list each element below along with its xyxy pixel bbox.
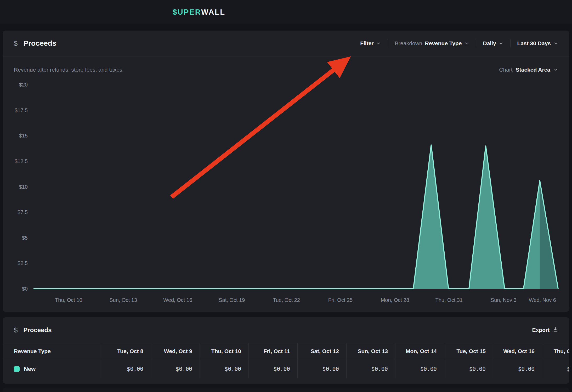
table-title: Proceeds [23,326,52,334]
breakdown-dropdown[interactable]: Breakdown Revenue Type [395,40,469,47]
top-bar: $UPERWALL [0,0,572,24]
proceeds-chart-panel: $ Proceeds Filter Breakdown Revenue Type… [3,31,569,312]
breakdown-dropdown-label: Breakdown [395,40,422,47]
column-header-date: Wed, Oct 9 [151,343,200,359]
x-axis-tick-label: Wed, Nov 6 [529,297,556,303]
filter-dropdown[interactable]: Filter [360,40,381,47]
chart-type-dropdown[interactable]: Chart Stacked Area [499,67,558,73]
area-series [33,85,558,289]
column-header-date: Sun, Oct 13 [346,343,395,359]
value-cell: $0.00 [248,359,297,378]
y-axis-tick-label: $5 [22,235,28,241]
logo-accent-text: $UPER [173,8,201,16]
table-panel-title-group: $ Proceeds [14,326,52,334]
x-axis-tick-label: Sun, Oct 13 [109,297,137,303]
x-axis: Thu, Oct 10Sun, Oct 13Wed, Oct 16Sat, Oc… [33,297,558,305]
chevron-down-icon [499,41,503,46]
value-cell: $0.00 [102,359,151,378]
column-header-date: Sat, Oct 12 [297,343,346,359]
logo-rest-text: WALL [201,8,225,16]
column-header-date: Thu, Oct 10 [200,343,248,359]
y-axis: $20$17.5$15$12.5$10$7.5$5$2.5$0 [10,85,28,289]
value-cell: $0.00 [200,359,248,378]
value-cell: $0.00 [542,359,569,378]
proceeds-table-panel: $ Proceeds Export Revenue TypeTue, Oct 8… [3,317,569,384]
chevron-down-icon [376,41,381,46]
table-panel-header: $ Proceeds Export [3,317,569,343]
table-header-row: Revenue TypeTue, Oct 8Wed, Oct 9Thu, Oct… [3,343,569,359]
next-panel-edge [3,388,569,392]
table-row: New$0.00$0.00$0.00$0.00$0.00$0.00$0.00$0… [3,359,569,378]
date-range-dropdown-value: Last 30 Days [517,40,551,47]
column-header-date: Thu, Oct 17 [542,343,569,359]
column-header-date: Fri, Oct 11 [248,343,297,359]
x-axis-tick-label: Fri, Oct 25 [328,297,353,303]
download-icon [553,327,558,333]
export-button-label: Export [532,327,550,333]
dollar-icon: $ [14,39,18,48]
value-cell: $0.00 [444,359,493,378]
stacked-area-chart[interactable] [33,85,558,289]
page-title: Proceeds [23,39,56,48]
controls-divider [476,39,476,47]
chevron-down-icon [464,41,469,46]
value-cell: $0.00 [297,359,346,378]
x-axis-tick-label: Mon, Oct 28 [381,297,409,303]
filter-dropdown-label: Filter [360,40,373,47]
series-color-swatch [14,366,20,372]
y-axis-tick-label: $7.5 [18,209,28,215]
value-cell: $0.00 [151,359,200,378]
dollar-icon: $ [14,326,18,334]
chart-controls: Filter Breakdown Revenue Type Daily [360,39,558,47]
x-axis-tick-label: Wed, Oct 16 [163,297,192,303]
column-header-date: Tue, Oct 15 [444,343,493,359]
date-range-dropdown[interactable]: Last 30 Days [517,40,558,47]
y-axis-tick-label: $17.5 [15,107,28,113]
y-axis-tick-label: $2.5 [18,260,28,266]
y-axis-tick-label: $20 [19,82,28,88]
export-button[interactable]: Export [532,327,558,333]
y-axis-tick-label: $12.5 [15,158,28,164]
x-axis-tick-label: Sat, Oct 19 [219,297,245,303]
chart-type-label: Chart [499,67,512,73]
area-fill [33,145,558,289]
y-axis-tick-label: $15 [19,133,28,139]
chevron-down-icon [553,67,558,72]
value-cell: $0.00 [395,359,444,378]
series-name-label: New [24,366,36,372]
x-axis-tick-label: Tue, Oct 22 [273,297,300,303]
chart-panel-title-group: $ Proceeds [14,39,56,48]
value-cell: $0.00 [346,359,395,378]
y-axis-tick-label: $10 [19,184,28,190]
y-axis-tick-label: $0 [22,286,28,292]
chart-type-value: Stacked Area [516,67,550,73]
column-header-date: Tue, Oct 8 [102,343,151,359]
chart-subtitle: Revenue after refunds, store fees, and t… [14,67,122,73]
x-axis-tick-label: Sun, Nov 3 [491,297,517,303]
superwall-logo: $UPERWALL [173,0,225,24]
interval-dropdown[interactable]: Daily [483,40,503,47]
x-axis-tick-label: Thu, Oct 10 [55,297,82,303]
column-header-date: Wed, Oct 16 [493,343,542,359]
interval-dropdown-value: Daily [483,40,496,47]
column-header-revenue-type: Revenue Type [3,343,102,359]
chart-panel-header: $ Proceeds Filter Breakdown Revenue Type… [3,31,569,56]
chevron-down-icon [553,41,558,46]
value-cell: $0.00 [493,359,542,378]
controls-divider [510,39,511,47]
column-header-date: Mon, Oct 14 [395,343,444,359]
controls-divider [388,39,388,47]
breakdown-dropdown-value: Revenue Type [425,40,462,47]
x-axis-tick-label: Thu, Oct 31 [435,297,463,303]
revenue-type-cell: New [3,359,102,378]
